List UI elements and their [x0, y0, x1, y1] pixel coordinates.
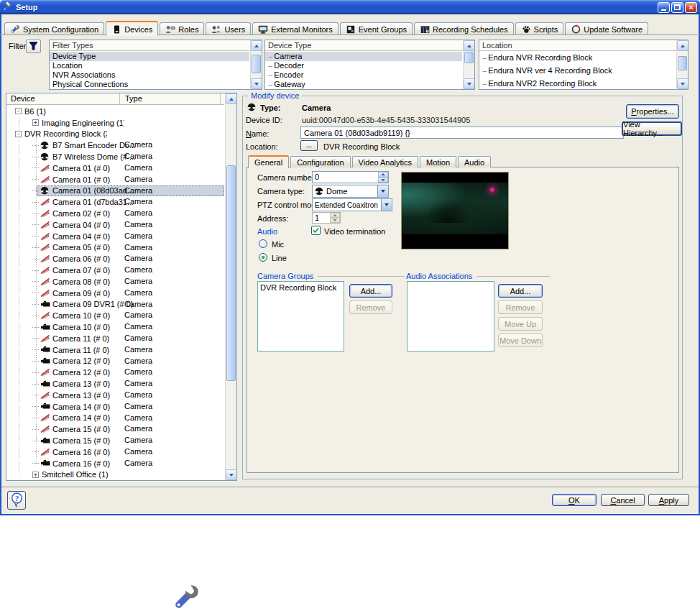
scroll-thumb[interactable] [252, 55, 261, 73]
tab-event-groups[interactable]: Event Groups [340, 22, 413, 35]
collapse-icon[interactable]: - [15, 108, 22, 114]
close-button[interactable]: × [685, 2, 697, 13]
tab-audio[interactable]: Audio [458, 156, 491, 167]
tree-row[interactable]: Camera 13 (# 0)Camera [6, 390, 224, 401]
scroll-down-button[interactable] [464, 78, 475, 89]
scroll-up-button[interactable] [251, 40, 262, 51]
filter-type-item[interactable]: Location [50, 61, 249, 70]
tree-row[interactable]: Camera 10 (# 0)Camera [6, 310, 224, 321]
minimize-button[interactable] [658, 2, 670, 13]
camera-number-stepper[interactable]: 0 [312, 171, 389, 183]
expand-icon[interactable]: + [32, 472, 39, 478]
scroll-thumb[interactable] [226, 165, 236, 381]
tab-system-configuration[interactable]: System Configuration [4, 22, 104, 35]
tab-scripts[interactable]: Scripts [515, 22, 564, 35]
tab-configuration[interactable]: Configuration [290, 156, 350, 167]
tree-row[interactable]: Camera 08 (# 0)Camera [6, 276, 224, 288]
help-button[interactable]: ? [7, 491, 26, 510]
tree-row[interactable]: Camera 11 (# 0)Camera [6, 333, 224, 344]
tab-users[interactable]: Users [206, 22, 251, 35]
ptz-control-mode-dropdown[interactable]: Extended Coaxitron [312, 198, 392, 211]
location-item[interactable]: --Endura NVR2 Recording Block [479, 78, 676, 90]
scroll-down-button[interactable] [226, 469, 237, 480]
camera-group-item[interactable]: DVR Recording Block [260, 283, 341, 293]
restore-button[interactable] [671, 2, 683, 13]
location-item[interactable]: --Endura NVR ver 4 Recording Block [479, 65, 676, 78]
scroll-up-button[interactable] [464, 40, 475, 51]
scroll-up-button[interactable] [677, 40, 689, 51]
tree-row[interactable]: Camera 07 (# 0)Camera [6, 265, 224, 276]
tree-row[interactable]: -B6 (1) [6, 106, 224, 117]
view-hierarchy-button[interactable]: View Hierarchy... [622, 121, 682, 136]
properties-button[interactable]: Properties... [626, 104, 679, 119]
filter-type-item[interactable]: Device Type [50, 52, 249, 61]
tab-recording-schedules[interactable]: Recording Schedules [414, 22, 514, 35]
tab-video-analytics[interactable]: Video Analytics [352, 156, 418, 167]
tree-row[interactable]: -DVR Recording Block (30) [6, 129, 224, 140]
device-type-item[interactable]: --Camera [265, 52, 462, 61]
filter-type-item[interactable]: Physical Connections [50, 80, 249, 89]
tree-row[interactable]: Camera 02 (# 0)Camera [6, 208, 224, 219]
tree-row[interactable]: Camera 05 (# 0)Camera [6, 242, 224, 254]
location-browse-button[interactable]: ... [300, 140, 318, 151]
tree-row[interactable]: Camera 06 (# 0)Camera [6, 253, 224, 265]
column-header-device[interactable]: Device [6, 93, 119, 104]
tree-row[interactable]: Camera 15 (# 0)Camera [6, 423, 224, 435]
camera-groups-add-button[interactable]: Add... [349, 284, 392, 298]
scroll-up-button[interactable] [226, 93, 237, 104]
line-radio[interactable] [259, 253, 267, 262]
tree-row[interactable]: +Imaging Engineering (1) [6, 117, 224, 129]
device-type-item[interactable]: --Decoder [265, 61, 462, 70]
tree-row[interactable]: Camera 14 (# 0)Camera [6, 413, 224, 424]
tree-row[interactable]: Camera 16 (# 0)Camera [6, 458, 224, 469]
filter-funnel-button[interactable] [26, 40, 41, 53]
tab-motion[interactable]: Motion [420, 156, 456, 167]
filter-type-item[interactable]: NVR Associations [50, 70, 249, 80]
dropdown-button[interactable] [377, 185, 388, 197]
scroll-thumb[interactable] [464, 52, 474, 63]
scroll-down-button[interactable] [251, 78, 262, 89]
audio-associations-list[interactable] [407, 281, 494, 352]
tree-row[interactable]: Camera 12 (# 0)Camera [6, 356, 224, 367]
tree-row[interactable]: Camera 15 (# 0)Camera [6, 435, 224, 446]
tree-row[interactable]: Camera 01 (# 0)Camera [6, 162, 224, 174]
camera-groups-list[interactable]: DVR Recording Block [257, 281, 344, 352]
tree-row[interactable]: Camera 01 (# 0)Camera [6, 174, 224, 185]
tree-row[interactable]: Camera 12 (# 0)Camera [6, 367, 224, 378]
apply-button[interactable]: Apply [648, 494, 689, 506]
tree-row[interactable]: Camera 04 (# 0)Camera [6, 231, 224, 242]
tree-row[interactable]: B7 Smart Encoder Do...Camera [6, 139, 224, 151]
dropdown-button[interactable] [381, 199, 392, 211]
audio-associations-add-button[interactable]: Add... [498, 284, 543, 298]
tab-devices[interactable]: Devices [106, 21, 158, 36]
column-header-type[interactable]: Type [119, 93, 221, 104]
tree-row[interactable]: B7 Wireless Dome (# ...Camera [6, 151, 224, 162]
name-input[interactable] [300, 127, 624, 139]
scroll-thumb[interactable] [678, 56, 687, 70]
tree-row[interactable]: Camera 09 (# 0)Camera [6, 288, 224, 299]
tree-row[interactable]: Camera 01 (d7bda31...Camera [6, 196, 224, 208]
tree-row[interactable]: Camera 01 (08d03ad...Camera [6, 185, 224, 197]
tree-row[interactable]: Camera 14 (# 0)Camera [6, 401, 224, 413]
scroll-down-button[interactable] [677, 78, 689, 89]
tab-external-monitors[interactable]: External Monitors [252, 22, 339, 35]
tab-general[interactable]: General [248, 155, 289, 168]
cancel-button[interactable]: Cancel [601, 494, 645, 506]
expand-icon[interactable]: + [32, 119, 39, 126]
video-termination-checkbox[interactable] [311, 226, 321, 235]
collapse-icon[interactable]: - [15, 131, 22, 137]
location-item[interactable]: --Endura NVR Recording Block [479, 52, 676, 65]
tree-row[interactable]: Camera 10 (# 0)Camera [6, 321, 224, 333]
tree-row[interactable]: Camera 09 DVR1 (# 0)Camera [6, 299, 224, 311]
device-type-item[interactable]: --Gateway [265, 80, 462, 89]
tab-update-software[interactable]: Update Software [565, 22, 648, 35]
camera-type-dropdown[interactable]: Dome [312, 185, 389, 198]
spin-down-button[interactable] [378, 178, 388, 183]
ok-button[interactable]: OK [552, 494, 597, 506]
mic-radio[interactable] [259, 239, 267, 248]
tree-row[interactable]: +Smitchell Office (1) [6, 469, 224, 481]
tab-roles[interactable]: Roles [160, 22, 204, 35]
tree-row[interactable]: Camera 11 (# 0)Camera [6, 344, 224, 356]
tree-row[interactable]: Camera 16 (# 0)Camera [6, 446, 224, 458]
tree-row[interactable]: Camera 04 (# 0)Camera [6, 219, 224, 231]
